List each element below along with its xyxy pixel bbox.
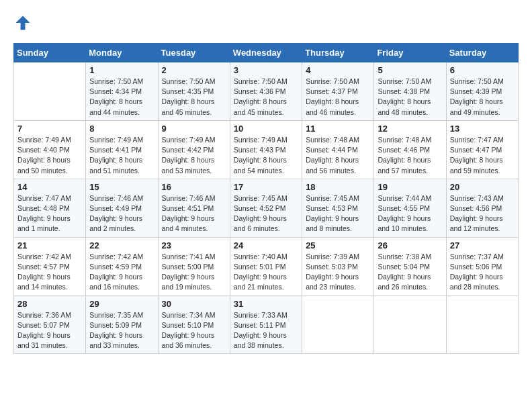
day-info: Sunrise: 7:43 AMSunset: 4:56 PMDaylight:… xyxy=(450,193,515,234)
day-of-week-header: Sunday xyxy=(14,44,86,62)
day-number: 14 xyxy=(17,182,82,192)
day-info: Sunrise: 7:34 AMSunset: 5:10 PMDaylight:… xyxy=(162,310,226,351)
calendar-cell: 4Sunrise: 7:50 AMSunset: 4:37 PMDaylight… xyxy=(302,62,374,121)
calendar-cell: 20Sunrise: 7:43 AMSunset: 4:56 PMDayligh… xyxy=(446,179,518,237)
day-of-week-header: Wednesday xyxy=(230,44,302,62)
day-number: 12 xyxy=(378,124,442,134)
day-of-week-header: Friday xyxy=(374,44,446,62)
day-number: 22 xyxy=(89,240,154,250)
day-number: 31 xyxy=(234,299,298,309)
calendar-cell: 26Sunrise: 7:38 AMSunset: 5:04 PMDayligh… xyxy=(374,237,446,295)
calendar-cell xyxy=(302,295,374,354)
calendar-week-row: 28Sunrise: 7:36 AMSunset: 5:07 PMDayligh… xyxy=(14,295,519,354)
calendar-cell: 13Sunrise: 7:47 AMSunset: 4:47 PMDayligh… xyxy=(446,120,518,179)
day-info: Sunrise: 7:50 AMSunset: 4:38 PMDaylight:… xyxy=(378,77,442,118)
calendar-cell: 12Sunrise: 7:48 AMSunset: 4:46 PMDayligh… xyxy=(374,120,446,179)
calendar-week-row: 21Sunrise: 7:42 AMSunset: 4:57 PMDayligh… xyxy=(14,237,519,295)
day-info: Sunrise: 7:46 AMSunset: 4:51 PMDaylight:… xyxy=(162,193,226,234)
calendar-cell: 22Sunrise: 7:42 AMSunset: 4:59 PMDayligh… xyxy=(86,237,158,295)
day-info: Sunrise: 7:35 AMSunset: 5:09 PMDaylight:… xyxy=(89,310,154,351)
calendar-cell: 5Sunrise: 7:50 AMSunset: 4:38 PMDaylight… xyxy=(374,62,446,121)
logo xyxy=(13,13,35,32)
day-info: Sunrise: 7:44 AMSunset: 4:55 PMDaylight:… xyxy=(378,193,442,234)
day-number: 4 xyxy=(306,65,370,75)
day-number: 30 xyxy=(162,299,226,309)
calendar-cell: 31Sunrise: 7:33 AMSunset: 5:11 PMDayligh… xyxy=(230,295,302,354)
calendar-cell: 15Sunrise: 7:46 AMSunset: 4:49 PMDayligh… xyxy=(86,179,158,237)
calendar-cell: 2Sunrise: 7:50 AMSunset: 4:35 PMDaylight… xyxy=(158,62,230,121)
day-number: 27 xyxy=(450,240,515,250)
day-number: 13 xyxy=(450,124,515,134)
calendar-cell: 29Sunrise: 7:35 AMSunset: 5:09 PMDayligh… xyxy=(86,295,158,354)
day-number: 20 xyxy=(450,182,515,192)
calendar-cell: 9Sunrise: 7:49 AMSunset: 4:42 PMDaylight… xyxy=(158,120,230,179)
day-number: 9 xyxy=(162,124,226,134)
day-number: 25 xyxy=(306,240,370,250)
day-info: Sunrise: 7:48 AMSunset: 4:46 PMDaylight:… xyxy=(378,135,442,176)
day-number: 6 xyxy=(450,65,515,75)
day-of-week-header: Thursday xyxy=(302,44,374,62)
calendar-cell: 16Sunrise: 7:46 AMSunset: 4:51 PMDayligh… xyxy=(158,179,230,237)
calendar-cell: 14Sunrise: 7:47 AMSunset: 4:48 PMDayligh… xyxy=(14,179,86,237)
day-info: Sunrise: 7:49 AMSunset: 4:42 PMDaylight:… xyxy=(162,135,226,176)
calendar-cell: 6Sunrise: 7:50 AMSunset: 4:39 PMDaylight… xyxy=(446,62,518,121)
calendar-cell: 24Sunrise: 7:40 AMSunset: 5:01 PMDayligh… xyxy=(230,237,302,295)
calendar-cell xyxy=(14,62,86,121)
calendar-cell: 30Sunrise: 7:34 AMSunset: 5:10 PMDayligh… xyxy=(158,295,230,354)
calendar-week-row: 7Sunrise: 7:49 AMSunset: 4:40 PMDaylight… xyxy=(14,120,519,179)
calendar-cell: 18Sunrise: 7:45 AMSunset: 4:53 PMDayligh… xyxy=(302,179,374,237)
calendar-cell xyxy=(374,295,446,354)
day-number: 16 xyxy=(162,182,226,192)
page-header xyxy=(13,13,519,32)
day-info: Sunrise: 7:50 AMSunset: 4:34 PMDaylight:… xyxy=(89,77,154,118)
calendar-cell: 1Sunrise: 7:50 AMSunset: 4:34 PMDaylight… xyxy=(86,62,158,121)
day-info: Sunrise: 7:47 AMSunset: 4:47 PMDaylight:… xyxy=(450,135,515,176)
day-info: Sunrise: 7:49 AMSunset: 4:43 PMDaylight:… xyxy=(234,135,298,176)
day-info: Sunrise: 7:42 AMSunset: 4:57 PMDaylight:… xyxy=(17,252,82,293)
day-number: 23 xyxy=(162,240,226,250)
day-info: Sunrise: 7:49 AMSunset: 4:40 PMDaylight:… xyxy=(17,135,82,176)
day-number: 29 xyxy=(89,299,154,309)
day-of-week-header: Monday xyxy=(86,44,158,62)
calendar-cell: 8Sunrise: 7:49 AMSunset: 4:41 PMDaylight… xyxy=(86,120,158,179)
day-info: Sunrise: 7:39 AMSunset: 5:03 PMDaylight:… xyxy=(306,252,370,293)
day-number: 15 xyxy=(89,182,154,192)
day-info: Sunrise: 7:40 AMSunset: 5:01 PMDaylight:… xyxy=(234,252,298,293)
calendar-table: SundayMondayTuesdayWednesdayThursdayFrid… xyxy=(13,43,519,354)
calendar-cell: 3Sunrise: 7:50 AMSunset: 4:36 PMDaylight… xyxy=(230,62,302,121)
day-number: 18 xyxy=(306,182,370,192)
calendar-cell: 21Sunrise: 7:42 AMSunset: 4:57 PMDayligh… xyxy=(14,237,86,295)
day-info: Sunrise: 7:45 AMSunset: 4:52 PMDaylight:… xyxy=(234,193,298,234)
day-number: 11 xyxy=(306,124,370,134)
day-number: 3 xyxy=(234,65,298,75)
day-info: Sunrise: 7:36 AMSunset: 5:07 PMDaylight:… xyxy=(17,310,82,351)
day-of-week-header: Tuesday xyxy=(158,44,230,62)
day-info: Sunrise: 7:37 AMSunset: 5:06 PMDaylight:… xyxy=(450,252,515,293)
day-number: 1 xyxy=(89,65,154,75)
day-number: 28 xyxy=(17,299,82,309)
day-info: Sunrise: 7:50 AMSunset: 4:36 PMDaylight:… xyxy=(234,77,298,118)
day-info: Sunrise: 7:38 AMSunset: 5:04 PMDaylight:… xyxy=(378,252,442,293)
day-info: Sunrise: 7:49 AMSunset: 4:41 PMDaylight:… xyxy=(89,135,154,176)
logo-icon xyxy=(13,13,32,32)
day-info: Sunrise: 7:45 AMSunset: 4:53 PMDaylight:… xyxy=(306,193,370,234)
day-info: Sunrise: 7:50 AMSunset: 4:35 PMDaylight:… xyxy=(162,77,226,118)
day-number: 2 xyxy=(162,65,226,75)
day-number: 5 xyxy=(378,65,442,75)
day-info: Sunrise: 7:50 AMSunset: 4:37 PMDaylight:… xyxy=(306,77,370,118)
calendar-cell: 25Sunrise: 7:39 AMSunset: 5:03 PMDayligh… xyxy=(302,237,374,295)
day-info: Sunrise: 7:47 AMSunset: 4:48 PMDaylight:… xyxy=(17,193,82,234)
calendar-cell xyxy=(446,295,518,354)
day-number: 10 xyxy=(234,124,298,134)
days-of-week-row: SundayMondayTuesdayWednesdayThursdayFrid… xyxy=(14,44,519,62)
calendar-cell: 11Sunrise: 7:48 AMSunset: 4:44 PMDayligh… xyxy=(302,120,374,179)
day-info: Sunrise: 7:46 AMSunset: 4:49 PMDaylight:… xyxy=(89,193,154,234)
day-info: Sunrise: 7:41 AMSunset: 5:00 PMDaylight:… xyxy=(162,252,226,293)
day-number: 7 xyxy=(17,124,82,134)
svg-marker-0 xyxy=(16,16,30,30)
day-info: Sunrise: 7:33 AMSunset: 5:11 PMDaylight:… xyxy=(234,310,298,351)
calendar-cell: 28Sunrise: 7:36 AMSunset: 5:07 PMDayligh… xyxy=(14,295,86,354)
calendar-week-row: 14Sunrise: 7:47 AMSunset: 4:48 PMDayligh… xyxy=(14,179,519,237)
day-number: 26 xyxy=(378,240,442,250)
day-number: 8 xyxy=(89,124,154,134)
